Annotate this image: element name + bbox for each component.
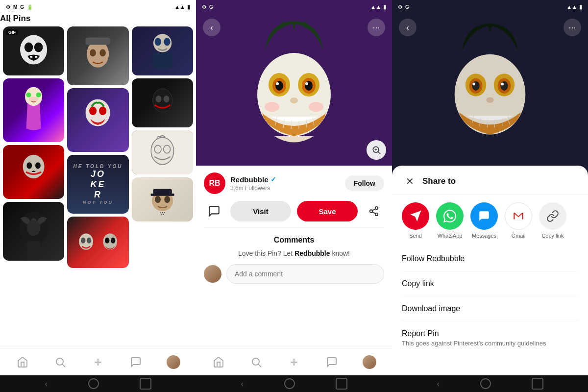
share-menu-report[interactable]: Report Pin This goes against Pinterest's… [402, 321, 578, 355]
pin-author-row: RB Redbubble ✓ 3.6m Followers Follow [196, 166, 392, 199]
back-button[interactable]: ‹ [8, 14, 11, 25]
nav-home-2[interactable] [209, 352, 228, 372]
pin-card-8[interactable] [132, 130, 193, 174]
status-left-2: ⚙ G [202, 4, 213, 10]
pin-card-4[interactable] [132, 26, 193, 75]
pin-image-6 [67, 88, 128, 152]
nav-home[interactable] [13, 352, 32, 372]
pins-column-2: HE TOLD YOU JO KE R NOT YOU [67, 26, 128, 345]
send-label: Send [409, 233, 422, 239]
home-icon-2 [213, 356, 224, 368]
pin-card-6[interactable] [67, 88, 128, 152]
comment-input[interactable] [226, 264, 384, 284]
more-options-button[interactable]: ··· [368, 19, 385, 36]
share-messages-item[interactable]: Messages [470, 202, 498, 239]
follow-button[interactable]: Follow [345, 175, 384, 191]
nav-chat[interactable] [126, 352, 146, 372]
bottom-nav-1 [0, 348, 196, 375]
more-options-button-3[interactable]: ··· [564, 19, 581, 36]
back-gesture[interactable]: ‹ [45, 379, 48, 389]
share-sheet: ✕ Share to Send [392, 166, 588, 375]
app-header: ‹ All Pins [0, 14, 196, 24]
share-menu-follow[interactable]: Follow Redbubble [402, 246, 578, 271]
svg-point-23 [81, 237, 86, 243]
search-icon [54, 356, 66, 368]
nav-profile[interactable] [164, 352, 183, 372]
share-menu-download[interactable]: Download image [402, 296, 578, 321]
share-menu-copylink[interactable]: Copy link [402, 271, 578, 296]
home-gesture-3[interactable] [480, 378, 491, 389]
svg-point-29 [154, 38, 161, 46]
author-name: Redbubble ✓ [230, 175, 276, 184]
svg-rect-3 [30, 56, 32, 58]
nav-search[interactable] [50, 352, 70, 372]
visual-search-icon [371, 145, 381, 155]
back-gesture-3[interactable]: ‹ [437, 379, 440, 389]
back-gesture-2[interactable]: ‹ [241, 379, 244, 389]
author-avatar[interactable]: RB [204, 172, 225, 194]
recents-gesture-2[interactable] [336, 378, 347, 390]
pin-card-9[interactable] [3, 202, 64, 261]
pin-card-7[interactable] [132, 78, 193, 127]
recents-gesture[interactable] [140, 378, 151, 390]
phone1: ⚙ M G 🔋 ▲▲ ▮ ‹ All Pins GIF [0, 0, 196, 392]
pin-card-10[interactable]: HE TOLD YOU JO KE R NOT YOU [67, 155, 128, 214]
nav-profile-2[interactable] [360, 352, 379, 372]
copylink-menu-label: Copy link [402, 279, 578, 288]
svg-point-54 [275, 81, 283, 91]
status-right-icons: ▲▲ ▮ [174, 4, 190, 10]
share-gmail-item[interactable]: Gmail [505, 202, 532, 239]
messages-icon-circle [470, 202, 498, 230]
pin-card-12[interactable] [67, 217, 128, 268]
back-button-3[interactable]: ‹ [399, 19, 416, 36]
share-copylink-item[interactable]: Copy link [539, 202, 566, 239]
gmail-icon-circle [505, 202, 532, 230]
save-button[interactable]: Save [297, 201, 358, 221]
pin-card-5[interactable] [3, 145, 64, 199]
pin-card-1[interactable]: GIF [3, 26, 64, 75]
svg-point-30 [164, 38, 170, 46]
svg-point-33 [155, 96, 161, 102]
visit-button[interactable]: Visit [230, 201, 291, 221]
nav-chat-2[interactable] [322, 352, 342, 372]
author-followers: 3.6m Followers [230, 185, 276, 192]
wifi-icon-2: ▲▲ [370, 4, 381, 10]
phone3-status-bar: ⚙ G ▲▲ ▮ [392, 0, 588, 14]
battery-icon: ▮ [187, 4, 190, 10]
svg-point-66 [309, 102, 323, 112]
nav-add-2[interactable] [284, 352, 304, 372]
share-button[interactable] [364, 201, 384, 221]
home-gesture-2[interactable] [284, 378, 295, 389]
plus-icon-2 [288, 356, 300, 368]
svg-point-26 [105, 237, 110, 243]
nav-add[interactable] [88, 352, 108, 372]
close-button[interactable]: ✕ [402, 173, 417, 189]
battery-icon-2: ▮ [383, 4, 386, 10]
svg-point-89 [501, 83, 504, 86]
svg-line-45 [63, 364, 66, 367]
svg-rect-31 [152, 52, 172, 69]
comments-section: Comments Love this Pin? Let Redbubble kn… [196, 228, 392, 292]
pin-card-2[interactable] [3, 78, 64, 142]
pin-card-3[interactable] [67, 26, 128, 85]
pin-card-11[interactable]: W [132, 177, 193, 221]
download-label: Download image [402, 304, 578, 313]
share-whatsapp-item[interactable]: WhatsApp [436, 202, 464, 239]
home-gesture[interactable] [88, 378, 99, 389]
svg-point-24 [87, 237, 92, 243]
nav-search-2[interactable] [246, 352, 266, 372]
recents-gesture-3[interactable] [532, 378, 543, 390]
phone2: ⚙ G ▲▲ ▮ ‹ ··· [196, 0, 392, 392]
pin-text-joker: HE TOLD YOU JO KE R NOT YOU [67, 155, 128, 214]
copylink-icon-circle [539, 202, 566, 230]
svg-line-74 [372, 212, 375, 214]
visual-search-button[interactable] [367, 140, 386, 160]
copylink-label: Copy link [541, 233, 564, 239]
comment-trigger-button[interactable] [204, 201, 224, 221]
back-button-2[interactable]: ‹ [203, 19, 220, 36]
whatsapp-icon-circle [436, 202, 464, 230]
home-indicator-2: ‹ [196, 375, 392, 392]
share-send-item[interactable]: Send [402, 202, 429, 239]
pin-image-2 [3, 78, 64, 142]
send-icon-circle [402, 202, 429, 230]
